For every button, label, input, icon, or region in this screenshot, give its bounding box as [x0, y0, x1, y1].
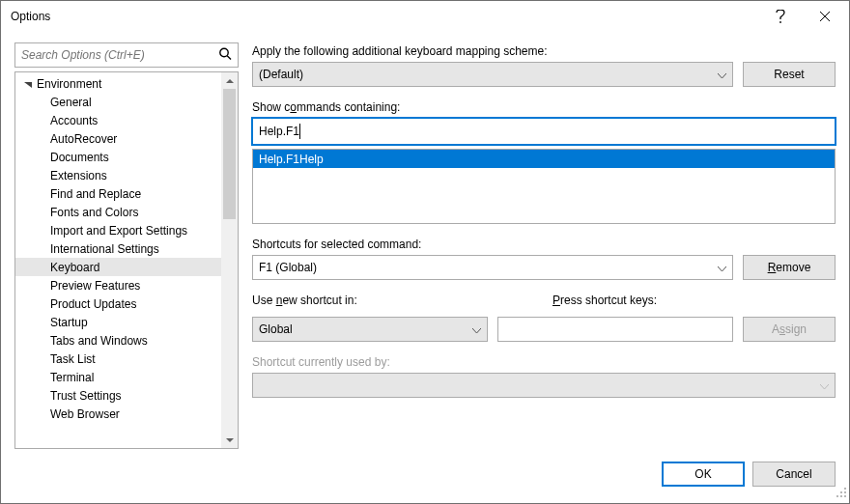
scheme-label: Apply the following additional keyboard … — [252, 44, 836, 58]
tree-item[interactable]: Keyboard — [15, 258, 221, 276]
text-cursor — [299, 124, 300, 139]
tree-root-label: Environment — [37, 77, 101, 91]
tree-item-label: Trust Settings — [50, 389, 122, 403]
scope-combo[interactable]: Global — [252, 317, 488, 342]
shortcuts-combo[interactable]: F1 (Global) — [252, 255, 733, 280]
svg-point-5 — [840, 495, 842, 497]
svg-point-1 — [844, 488, 846, 490]
ok-button[interactable]: OK — [662, 462, 745, 487]
window-title: Options — [11, 10, 758, 23]
left-pane: Environment GeneralAccountsAutoRecoverDo… — [14, 42, 239, 449]
tree-item[interactable]: Accounts — [15, 111, 221, 129]
tree-item[interactable]: Fonts and Colors — [15, 203, 221, 221]
tree-item-label: Startup — [50, 316, 88, 329]
assign-button: Assign — [743, 317, 836, 342]
tree-item-label: International Settings — [50, 242, 159, 256]
tree-item[interactable]: Web Browser — [15, 405, 221, 423]
tree-item-label: Find and Replace — [50, 187, 141, 201]
tree-item[interactable]: Trust Settings — [15, 386, 221, 405]
scroll-thumb[interactable] — [223, 89, 236, 219]
titlebar: Options — [1, 1, 849, 32]
shortcuts-label: Shortcuts for selected command: — [252, 238, 836, 251]
filter-input-wrap[interactable]: Help.F1 — [252, 118, 836, 145]
tree-item[interactable]: Documents — [15, 148, 221, 166]
tree-item[interactable]: AutoRecover — [15, 129, 221, 148]
tree-item-label: Web Browser — [50, 407, 120, 421]
scope-value: Global — [259, 322, 293, 336]
tree-item-label: Keyboard — [50, 261, 99, 274]
close-button[interactable] — [803, 1, 847, 32]
tree-item-label: Tabs and Windows — [50, 334, 148, 348]
tree-item[interactable]: Tabs and Windows — [15, 331, 221, 350]
right-pane: Apply the following additional keyboard … — [252, 42, 836, 449]
tree-item-label: Extensions — [50, 169, 107, 182]
use-new-label: Use new shortcut in: — [252, 294, 535, 307]
svg-point-3 — [844, 491, 846, 493]
tree-item-label: Task List — [50, 352, 96, 366]
filter-input-text: Help.F1 — [259, 125, 299, 138]
scheme-combo[interactable]: (Default) — [252, 62, 733, 87]
used-by-label: Shortcut currently used by: — [252, 355, 836, 369]
reset-button[interactable]: Reset — [743, 62, 836, 87]
tree-item-label: Import and Export Settings — [50, 224, 187, 238]
tree-items: Environment GeneralAccountsAutoRecoverDo… — [15, 72, 221, 448]
press-keys-input[interactable] — [497, 317, 733, 342]
tree-item[interactable]: Startup — [15, 313, 221, 331]
svg-point-2 — [840, 491, 842, 493]
svg-point-4 — [836, 495, 838, 497]
press-keys-label: Press shortcut keys: — [552, 294, 836, 307]
content-area: Environment GeneralAccountsAutoRecoverDo… — [1, 32, 849, 457]
options-dialog: Options Environment — [0, 0, 850, 504]
command-item-selected[interactable]: Help.F1Help — [253, 150, 835, 168]
chevron-down-icon — [718, 261, 726, 274]
tree-item-label: Terminal — [50, 371, 94, 384]
tree-item[interactable]: Extensions — [15, 166, 221, 184]
tree-item[interactable]: Preview Features — [15, 276, 221, 294]
tree-item[interactable]: Product Updates — [15, 294, 221, 313]
help-button[interactable] — [758, 1, 803, 32]
category-tree[interactable]: Environment GeneralAccountsAutoRecoverDo… — [14, 71, 239, 449]
search-icon — [218, 47, 232, 64]
scroll-up-icon[interactable] — [221, 72, 238, 89]
scheme-value: (Default) — [259, 68, 303, 81]
chevron-down-icon — [820, 378, 829, 392]
tree-item-label: Documents — [50, 151, 109, 164]
tree-item-label: AutoRecover — [50, 132, 117, 146]
tree-item[interactable]: Import and Export Settings — [15, 221, 221, 239]
tree-item-label: Accounts — [50, 114, 98, 127]
tree-item[interactable]: Find and Replace — [15, 184, 221, 203]
tree-item-label: Preview Features — [50, 279, 140, 293]
scroll-track[interactable] — [221, 89, 238, 432]
footer: OK Cancel — [1, 457, 849, 503]
tree-item[interactable]: Task List — [15, 350, 221, 368]
tree-root-environment[interactable]: Environment — [15, 74, 221, 93]
tree-item-label: Product Updates — [50, 297, 136, 311]
scroll-down-icon[interactable] — [221, 432, 238, 448]
resize-grip-icon[interactable] — [836, 487, 847, 501]
svg-point-0 — [220, 48, 228, 56]
shortcuts-value: F1 (Global) — [259, 261, 317, 274]
used-by-combo — [252, 373, 836, 398]
cancel-button[interactable]: Cancel — [752, 462, 836, 487]
chevron-down-icon — [472, 322, 481, 336]
filter-label: Show commands containing: — [252, 100, 836, 114]
svg-point-6 — [844, 495, 846, 497]
tree-item-label: Fonts and Colors — [50, 206, 138, 219]
tree-item[interactable]: General — [15, 93, 221, 111]
tree-item[interactable]: Terminal — [15, 368, 221, 386]
tree-scrollbar[interactable] — [221, 72, 238, 448]
tree-item-label: General — [50, 96, 92, 109]
remove-button[interactable]: Remove — [743, 255, 836, 280]
chevron-down-icon — [718, 68, 726, 81]
collapse-caret-icon — [23, 79, 33, 89]
tree-item[interactable]: International Settings — [15, 239, 221, 258]
search-input[interactable] — [21, 48, 212, 62]
commands-listbox[interactable]: Help.F1Help — [252, 149, 836, 224]
search-box[interactable] — [14, 42, 239, 68]
